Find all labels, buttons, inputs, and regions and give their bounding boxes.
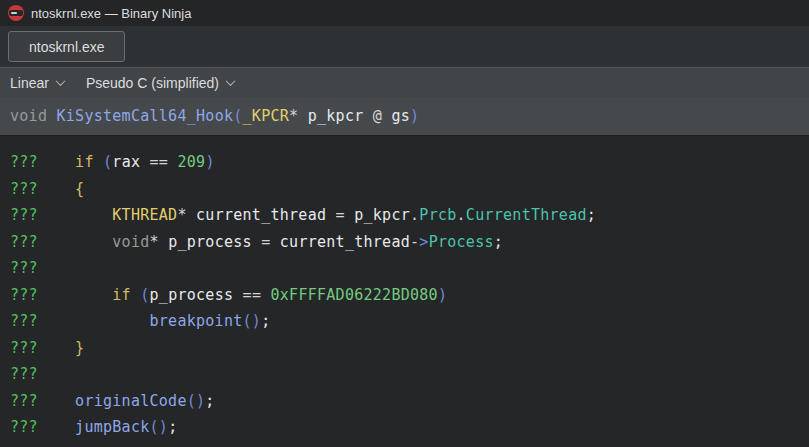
function-signature: void KiSystemCall64_Hook(_KPCR* p_kpcr @… [10,107,419,125]
code-token-pl: ; [205,392,214,410]
code-token-id: p_process [168,233,252,251]
code-line[interactable]: ??? [10,255,809,282]
binary-ninja-window: ntoskrnl.exe — Binary Ninja ntoskrnl.exe… [0,0,809,447]
chevron-down-icon [226,76,236,86]
code-token-sp [38,312,150,330]
code-token-par: ) [205,153,214,171]
code-line[interactable]: ??? originalCode(); [10,388,809,415]
code-token-op: * [177,206,186,224]
code-token-ty: _KPCR [243,107,290,125]
code-line[interactable]: ??? if (rax == 209) [10,149,809,176]
window-title: ntoskrnl.exe — Binary Ninja [31,6,191,21]
code-token-sp [38,206,112,224]
address-column: ??? [10,233,38,251]
code-token-op: == [150,153,169,171]
code-token-op: = [336,206,345,224]
code-token-fld: Process [429,233,494,251]
code-token-sp [298,107,307,125]
code-token-sp [38,339,75,357]
address-column: ??? [10,418,38,436]
chevron-down-icon [55,76,65,86]
tab-ntoskrnl[interactable]: ntoskrnl.exe [8,31,125,62]
code-token-sp [345,206,354,224]
code-token-kw: { [75,180,84,198]
tab-label: ntoskrnl.exe [29,39,104,55]
code-token-pl: ; [587,206,596,224]
address-column: ??? [10,312,38,330]
code-token-sp [38,233,112,251]
language-label: Pseudo C (simplified) [86,75,219,91]
function-signature-band[interactable]: void KiSystemCall64_Hook(_KPCR* p_kpcr @… [0,97,809,136]
code-token-sp [131,286,140,304]
code-token-pl: ; [168,418,177,436]
code-line[interactable]: ??? jumpBack(); [10,414,809,441]
view-mode-dropdown[interactable]: Linear [10,75,64,91]
address-column: ??? [10,286,38,304]
code-view[interactable]: ??? if (rax == 209)??? {??? KTHREAD* cur… [0,136,809,447]
code-token-fn: KiSystemCall64_Hook [57,107,234,125]
code-token-sp [38,286,112,304]
address-column: ??? [10,153,38,171]
code-token-sp [326,206,335,224]
code-line[interactable]: ??? void* p_process = current_thread->Pr… [10,229,809,256]
code-token-sp [47,107,56,125]
code-token-op: . [457,206,466,224]
code-line[interactable]: ??? { [10,176,809,203]
code-token-fld: Prcb [419,206,456,224]
code-token-kw: if [75,153,94,171]
code-line[interactable]: ??? if (p_process == 0xFFFFAD06222BD080) [10,282,809,309]
code-token-sp [38,418,75,436]
code-token-par: () [243,312,262,330]
address-column: ??? [10,392,38,410]
code-token-tyv: void [10,107,47,125]
code-token-id: p_process [150,286,234,304]
address-column: ??? [10,365,38,383]
code-line[interactable]: ??? breakpoint(); [10,308,809,335]
code-token-kw: } [75,339,84,357]
code-token-sp [233,286,242,304]
title-bar: ntoskrnl.exe — Binary Ninja [0,0,809,26]
code-token-id: current_thread [280,233,410,251]
code-line[interactable]: ??? } [10,335,809,362]
code-token-par: ( [233,107,242,125]
code-token-sp [38,153,75,171]
code-token-kw: if [112,286,131,304]
binary-ninja-icon [8,5,24,21]
view-mode-label: Linear [10,75,49,91]
code-token-op: * [150,233,159,251]
code-token-sp [38,180,75,198]
code-token-sp [261,286,270,304]
code-token-id: current_thread [196,206,326,224]
code-token-op: == [243,286,262,304]
code-token-sp [252,233,261,251]
code-token-sp [364,107,373,125]
code-token-tyv: void [112,233,149,251]
code-token-par: ) [438,286,447,304]
code-line[interactable]: ??? [10,361,809,388]
code-token-op: - [410,233,419,251]
language-dropdown[interactable]: Pseudo C (simplified) [86,75,234,91]
code-token-id: gs [391,107,410,125]
code-token-sp [94,153,103,171]
view-toolbar: Linear Pseudo C (simplified) [0,67,809,97]
code-token-num: 0xFFFFAD06222BD080 [271,286,438,304]
code-token-pl: ; [494,233,503,251]
address-column: ??? [10,259,38,277]
code-token-par: ( [140,286,149,304]
code-token-op: * [289,107,298,125]
code-token-par: ) [410,107,419,125]
code-token-op: . [410,206,419,224]
code-token-sp [140,153,149,171]
code-token-num: 209 [177,153,205,171]
code-token-sp [270,233,279,251]
address-column: ??? [10,180,38,198]
code-token-id: rax [112,153,140,171]
code-line[interactable]: ??? KTHREAD* current_thread = p_kpcr.Prc… [10,202,809,229]
code-token-ty: KTHREAD [112,206,177,224]
code-token-sp [159,233,168,251]
code-token-fn: jumpBack [75,418,149,436]
address-column: ??? [10,339,38,357]
code-token-sp [187,206,196,224]
code-token-par: () [187,392,206,410]
code-token-par: ( [103,153,112,171]
